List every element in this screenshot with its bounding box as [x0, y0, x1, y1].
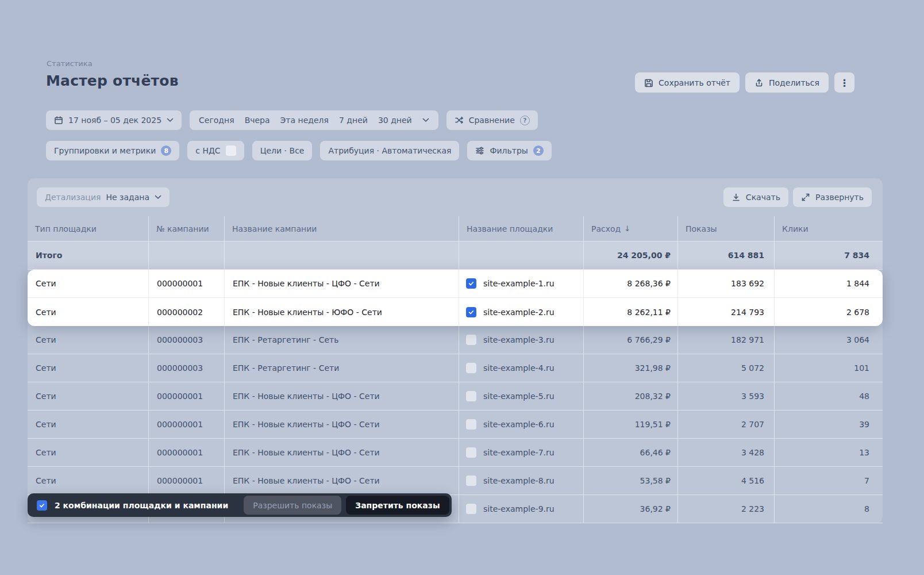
cell-cost: 8 268,36 ₽	[584, 270, 678, 297]
site-checkbox[interactable]	[466, 335, 476, 345]
cell-clicks: 3 064	[775, 326, 883, 354]
table-row[interactable]: Сети 000000001 ЕПК - Новые клиенты - ЦФО…	[28, 439, 883, 467]
site-checkbox[interactable]	[466, 419, 476, 430]
checkmark-icon	[468, 280, 475, 287]
filter-row-dates: 17 нояб – 05 дек 2025 Сегодня Вчера Эта …	[46, 110, 538, 130]
cell-campaign-id: 000000003	[149, 354, 225, 382]
table-body: Сети 000000001 ЕПК - Новые клиенты - ЦФО…	[28, 270, 883, 523]
cell-campaign-name: ЕПК - Ретаргетинг - Сети	[225, 354, 459, 382]
cell-platform-name: site-example-4.ru	[459, 354, 584, 382]
cell-impressions: 2 223	[678, 495, 775, 523]
cell-platform-name: site-example-3.ru	[459, 326, 584, 354]
quick-range-30-days[interactable]: 30 дней	[378, 116, 412, 125]
cell-impressions: 214 793	[678, 298, 775, 326]
cell-platform-type: Сети	[28, 354, 149, 382]
date-range-picker[interactable]: 17 нояб – 05 дек 2025	[46, 110, 182, 130]
column-clicks[interactable]: Клики	[775, 216, 883, 241]
cell-cost: 8 262,11 ₽	[584, 298, 678, 326]
deny-impressions-button[interactable]: Запретить показы	[346, 496, 449, 515]
chevron-down-icon[interactable]	[422, 118, 429, 122]
site-checkbox[interactable]	[466, 278, 476, 289]
cell-cost: 321,98 ₽	[584, 354, 678, 382]
groupings-label: Группировки и метрики	[54, 146, 156, 155]
attribution-chip[interactable]: Атрибуция · Автоматическая	[320, 141, 459, 160]
site-checkbox[interactable]	[466, 363, 476, 373]
cell-impressions: 4 516	[678, 467, 775, 494]
filters-chip[interactable]: Фильтры 2	[467, 141, 551, 160]
cell-platform-type: Сети	[28, 270, 149, 297]
detalization-label: Детализация	[45, 193, 101, 202]
cell-platform-type: Сети	[28, 382, 149, 410]
column-impressions[interactable]: Показы	[678, 216, 775, 241]
cell-campaign-id: 000000001	[149, 439, 225, 466]
groupings-count-badge: 8	[161, 145, 171, 156]
report-table-panel: Детализация Не задана Скачать Развернуть…	[28, 178, 883, 523]
quick-range-today[interactable]: Сегодня	[199, 116, 234, 125]
site-domain: site-example-7.ru	[483, 448, 555, 457]
table-toolbar-actions: Скачать Развернуть	[723, 187, 872, 207]
site-domain: site-example-8.ru	[483, 476, 555, 485]
column-cost[interactable]: Расход ↓	[584, 216, 678, 241]
download-button[interactable]: Скачать	[723, 187, 788, 207]
table-row[interactable]: Сети 000000002 ЕПК - Новые клиенты - ЮФО…	[28, 298, 883, 326]
cell-platform-name: site-example-8.ru	[459, 467, 584, 494]
quick-range-7-days[interactable]: 7 дней	[339, 116, 368, 125]
column-campaign-id[interactable]: № кампании	[149, 216, 225, 241]
expand-button[interactable]: Развернуть	[793, 187, 872, 207]
share-button[interactable]: Поделиться	[745, 72, 829, 93]
cell-impressions: 3 593	[678, 382, 775, 410]
share-label: Поделиться	[769, 78, 819, 87]
detalization-value: Не задана	[106, 193, 149, 202]
cell-campaign-name: ЕПК - Новые клиенты - ЦФО - Сети	[225, 411, 459, 438]
cell-campaign-name: ЕПК - Новые клиенты - ЦФО - Сети	[225, 382, 459, 410]
goals-chip[interactable]: Цели · Все	[252, 141, 313, 160]
sliders-icon	[475, 146, 484, 155]
site-checkbox[interactable]	[466, 307, 476, 317]
cell-cost: 119,51 ₽	[584, 411, 678, 438]
column-cost-label: Расход	[591, 224, 621, 233]
site-checkbox[interactable]	[466, 447, 476, 458]
date-range-value: 17 нояб – 05 дек 2025	[68, 116, 161, 125]
cell-cost: 53,58 ₽	[584, 467, 678, 494]
cell-platform-name: site-example-6.ru	[459, 411, 584, 438]
cell-campaign-name: ЕПК - Ретаргетинг - Сеть	[225, 326, 459, 354]
column-platform-name[interactable]: Название площадки	[459, 216, 584, 241]
save-report-button[interactable]: Сохранить отчёт	[635, 72, 740, 93]
select-all-checkbox[interactable]	[37, 500, 47, 511]
detalization-dropdown[interactable]: Детализация Не задана	[37, 187, 170, 207]
table-row[interactable]: Сети 000000001 ЕПК - Новые клиенты - ЦФО…	[28, 467, 883, 495]
column-platform-type[interactable]: Тип площадки	[28, 216, 149, 241]
shuffle-icon	[455, 116, 464, 125]
comparison-chip[interactable]: Сравнение ?	[446, 110, 538, 130]
allow-impressions-button[interactable]: Разрешить показы	[244, 496, 341, 515]
calendar-icon	[54, 116, 63, 125]
site-checkbox[interactable]	[466, 504, 476, 514]
totals-impressions: 614 881	[678, 241, 775, 269]
site-checkbox[interactable]	[466, 476, 476, 486]
table-row[interactable]: Сети 000000001 ЕПК - Новые клиенты - ЦФО…	[28, 411, 883, 439]
quick-range-this-week[interactable]: Эта неделя	[280, 116, 329, 125]
cell-cost: 6 766,29 ₽	[584, 326, 678, 354]
cell-clicks: 101	[775, 354, 883, 382]
cell-cost: 66,46 ₽	[584, 439, 678, 466]
goals-label: Цели · Все	[260, 146, 305, 155]
cell-platform-type: Сети	[28, 298, 149, 326]
column-campaign-name[interactable]: Название кампании	[225, 216, 459, 241]
help-icon[interactable]: ?	[520, 116, 530, 125]
table-row[interactable]: Сети 000000001 ЕПК - Новые клиенты - ЦФО…	[28, 270, 883, 298]
table-row[interactable]: Сети 000000003 ЕПК - Ретаргетинг - Сеть …	[28, 326, 883, 354]
site-checkbox[interactable]	[466, 391, 476, 401]
vat-checkbox[interactable]	[226, 145, 236, 156]
table-row[interactable]: Сети 000000003 ЕПК - Ретаргетинг - Сети …	[28, 354, 883, 382]
vat-chip[interactable]: с НДС	[187, 141, 244, 160]
table-row[interactable]: Сети 000000001 ЕПК - Новые клиенты - ЦФО…	[28, 382, 883, 411]
quick-range-yesterday[interactable]: Вчера	[245, 116, 270, 125]
cell-impressions: 5 072	[678, 354, 775, 382]
cell-clicks: 7	[775, 467, 883, 494]
cell-platform-type: Сети	[28, 439, 149, 466]
selected-rows-highlight: Сети 000000001 ЕПК - Новые клиенты - ЦФО…	[28, 270, 883, 326]
cell-impressions: 2 707	[678, 411, 775, 438]
groupings-metrics-chip[interactable]: Группировки и метрики 8	[46, 141, 179, 160]
kebab-menu-button[interactable]: ⋮	[834, 72, 854, 93]
table-toolbar: Детализация Не задана Скачать Развернуть	[28, 178, 883, 216]
